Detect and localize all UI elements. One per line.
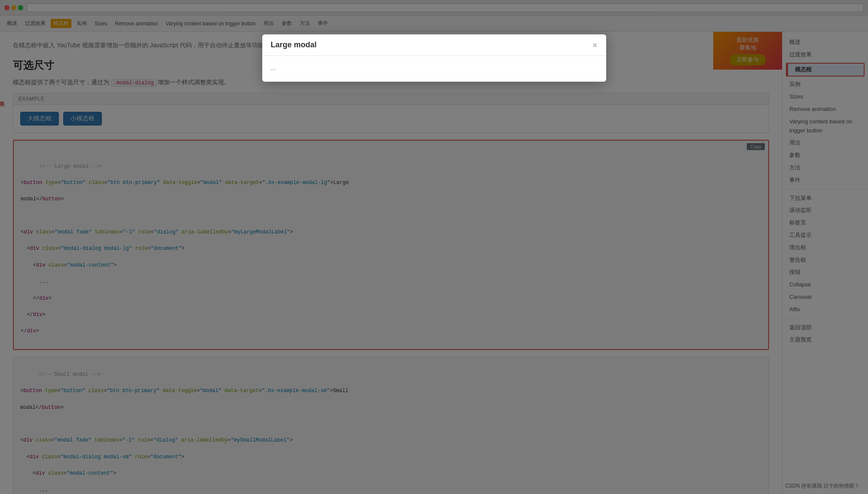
modal-body: ...: [262, 56, 606, 82]
modal-title: Large modal: [271, 40, 317, 49]
modal-dialog: Large modal × ...: [262, 34, 606, 82]
modal-close-button[interactable]: ×: [592, 41, 598, 49]
modal-header: Large modal ×: [262, 34, 606, 56]
modal-overlay[interactable]: Large modal × ...: [0, 0, 868, 494]
